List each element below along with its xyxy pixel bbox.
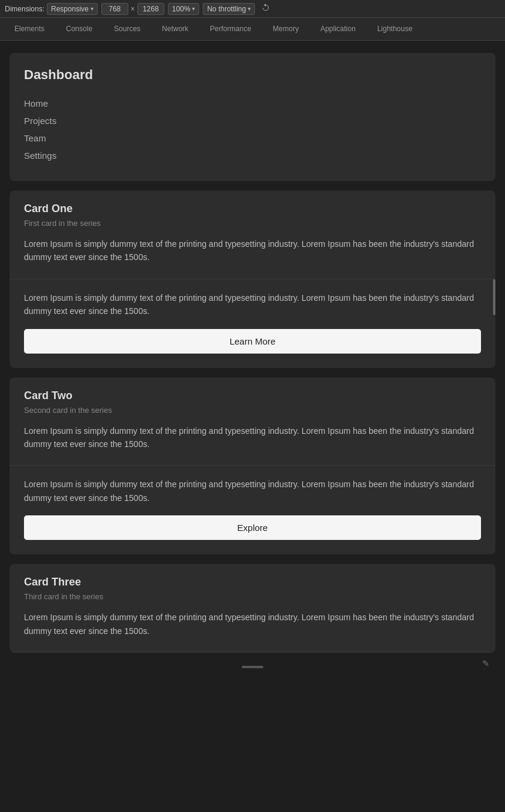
- dashboard-title: Dashboard: [24, 67, 481, 83]
- dimensions-section: Dimensions: Responsive ▾: [5, 3, 98, 15]
- card-three-body: Lorem Ipsum is simply dummy text of the …: [24, 611, 481, 638]
- throttling-section: No throttling ▾: [203, 3, 255, 15]
- resize-handle[interactable]: [242, 666, 263, 668]
- tab-elements[interactable]: Elements: [5, 21, 54, 38]
- nav-item-home[interactable]: Home: [24, 95, 481, 112]
- card-three-subtitle: Third card in the series: [24, 592, 481, 601]
- explore-button[interactable]: Explore: [24, 515, 481, 540]
- tab-console[interactable]: Console: [56, 21, 102, 38]
- card-one: Card One First card in the series Lorem …: [10, 191, 495, 368]
- tab-network[interactable]: Network: [152, 21, 198, 38]
- main-content: Dashboard Home Projects Team Settings Ca…: [0, 41, 505, 812]
- card-one-title: Card One: [24, 203, 481, 215]
- devtools-toolbar: Dimensions: Responsive ▾ × 100% ▾ No thr…: [0, 0, 505, 18]
- zoom-dropdown[interactable]: 100% ▾: [168, 3, 200, 15]
- tab-memory[interactable]: Memory: [263, 21, 308, 38]
- height-input[interactable]: [137, 3, 164, 15]
- card-one-bottom-text: Lorem Ipsum is simply dummy text of the …: [24, 291, 481, 318]
- zoom-section: 100% ▾: [168, 3, 200, 15]
- scrollbar-handle-1[interactable]: [493, 279, 495, 315]
- throttling-chevron: ▾: [248, 5, 251, 12]
- nav-item-projects[interactable]: Projects: [24, 112, 481, 129]
- responsive-chevron: ▾: [91, 5, 94, 12]
- responsive-label: Responsive: [51, 5, 89, 13]
- throttling-label: No throttling: [207, 5, 246, 13]
- tab-performance[interactable]: Performance: [200, 21, 261, 38]
- card-three-title: Card Three: [24, 576, 481, 588]
- nav-item-team[interactable]: Team: [24, 129, 481, 147]
- dimensions-label: Dimensions:: [5, 5, 44, 13]
- tab-sources[interactable]: Sources: [104, 21, 150, 38]
- size-separator: ×: [131, 5, 135, 13]
- card-two-bottom: Lorem Ipsum is simply dummy text of the …: [10, 466, 495, 554]
- resize-handle-area: [10, 662, 495, 672]
- width-input[interactable]: [101, 3, 128, 15]
- tab-lighthouse[interactable]: Lighthouse: [368, 21, 422, 38]
- card-one-bottom: Lorem Ipsum is simply dummy text of the …: [10, 279, 495, 368]
- card-two-body: Lorem Ipsum is simply dummy text of the …: [24, 424, 481, 451]
- card-two-top: Card Two Second card in the series Lorem…: [10, 378, 495, 466]
- zoom-chevron: ▾: [192, 5, 195, 12]
- card-two-title: Card Two: [24, 390, 481, 402]
- card-one-body: Lorem Ipsum is simply dummy text of the …: [24, 237, 481, 264]
- card-three: Card Three Third card in the series Lore…: [10, 564, 495, 653]
- throttling-dropdown[interactable]: No throttling ▾: [203, 3, 255, 15]
- card-one-subtitle: First card in the series: [24, 219, 481, 228]
- tab-application[interactable]: Application: [311, 21, 365, 38]
- rotate-icon-button[interactable]: [258, 2, 273, 16]
- zoom-label: 100%: [172, 5, 191, 13]
- dashboard-nav-card: Dashboard Home Projects Team Settings: [10, 53, 495, 181]
- card-one-wrapper: Card One First card in the series Lorem …: [10, 191, 495, 368]
- card-three-wrapper: Card Three Third card in the series Lore…: [10, 564, 495, 672]
- devtools-tabs: Elements Console Sources Network Perform…: [0, 18, 505, 41]
- card-two-subtitle: Second card in the series: [24, 406, 481, 415]
- rotate-icon: [261, 3, 270, 13]
- nav-item-settings[interactable]: Settings: [24, 147, 481, 164]
- edit-icon[interactable]: ✎: [482, 659, 489, 668]
- card-two-bottom-text: Lorem Ipsum is simply dummy text of the …: [24, 478, 481, 505]
- size-section: ×: [101, 3, 164, 15]
- card-two-wrapper: Card Two Second card in the series Lorem…: [10, 378, 495, 555]
- card-two: Card Two Second card in the series Lorem…: [10, 378, 495, 555]
- responsive-dropdown[interactable]: Responsive ▾: [47, 3, 98, 15]
- learn-more-button[interactable]: Learn More: [24, 329, 481, 354]
- card-three-top: Card Three Third card in the series Lore…: [10, 564, 495, 653]
- card-one-top: Card One First card in the series Lorem …: [10, 191, 495, 279]
